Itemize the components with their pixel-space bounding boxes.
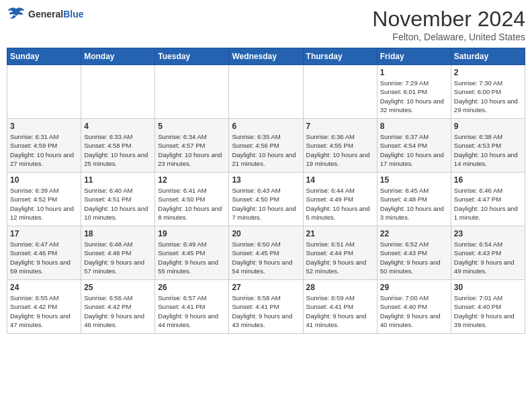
calendar-cell: 14Sunrise: 6:44 AM Sunset: 4:49 PM Dayli… [303, 173, 377, 226]
day-number: 6 [232, 122, 300, 131]
day-info: Sunrise: 6:43 AM Sunset: 4:50 PM Dayligh… [232, 186, 300, 222]
calendar-cell: 28Sunrise: 6:59 AM Sunset: 4:41 PM Dayli… [303, 280, 377, 334]
weekday-header-friday: Friday [377, 48, 451, 65]
calendar-cell: 23Sunrise: 6:54 AM Sunset: 4:43 PM Dayli… [451, 226, 525, 280]
calendar-cell: 4Sunrise: 6:33 AM Sunset: 4:58 PM Daylig… [81, 119, 155, 173]
day-info: Sunrise: 7:29 AM Sunset: 6:01 PM Dayligh… [380, 79, 448, 114]
month-title: November 2024 [372, 7, 525, 32]
calendar-cell: 3Sunrise: 6:31 AM Sunset: 4:59 PM Daylig… [7, 119, 81, 173]
calendar-cell: 25Sunrise: 6:56 AM Sunset: 4:42 PM Dayli… [81, 280, 155, 334]
calendar-cell [303, 65, 377, 119]
calendar-cell: 5Sunrise: 6:34 AM Sunset: 4:57 PM Daylig… [155, 119, 229, 173]
day-info: Sunrise: 6:39 AM Sunset: 4:52 PM Dayligh… [10, 186, 78, 222]
day-number: 23 [454, 229, 522, 238]
calendar-cell: 18Sunrise: 6:48 AM Sunset: 4:46 PM Dayli… [81, 226, 155, 280]
day-number: 14 [306, 175, 374, 185]
day-info: Sunrise: 6:38 AM Sunset: 4:53 PM Dayligh… [454, 132, 522, 168]
day-info: Sunrise: 6:50 AM Sunset: 4:45 PM Dayligh… [232, 240, 300, 275]
day-info: Sunrise: 7:01 AM Sunset: 4:40 PM Dayligh… [454, 293, 522, 329]
day-number: 11 [84, 175, 152, 185]
calendar-cell: 8Sunrise: 6:37 AM Sunset: 4:54 PM Daylig… [377, 119, 451, 173]
day-info: Sunrise: 6:54 AM Sunset: 4:43 PM Dayligh… [454, 240, 522, 275]
day-info: Sunrise: 7:00 AM Sunset: 4:40 PM Dayligh… [380, 293, 448, 329]
day-info: Sunrise: 6:33 AM Sunset: 4:58 PM Dayligh… [84, 132, 152, 168]
day-info: Sunrise: 6:51 AM Sunset: 4:44 PM Dayligh… [306, 240, 374, 275]
logo-text: General Blue [28, 9, 83, 19]
weekday-header-thursday: Thursday [303, 48, 377, 65]
calendar-header: SundayMondayTuesdayWednesdayThursdayFrid… [7, 48, 525, 65]
weekday-header-tuesday: Tuesday [155, 48, 229, 65]
calendar-cell: 16Sunrise: 6:46 AM Sunset: 4:47 PM Dayli… [451, 173, 525, 226]
logo-blue: Blue [63, 9, 83, 19]
day-info: Sunrise: 6:57 AM Sunset: 4:41 PM Dayligh… [158, 293, 226, 329]
day-info: Sunrise: 6:36 AM Sunset: 4:55 PM Dayligh… [306, 132, 374, 168]
day-info: Sunrise: 6:37 AM Sunset: 4:54 PM Dayligh… [380, 132, 448, 168]
day-info: Sunrise: 6:44 AM Sunset: 4:49 PM Dayligh… [306, 186, 374, 222]
calendar-cell [7, 65, 81, 119]
day-info: Sunrise: 6:59 AM Sunset: 4:41 PM Dayligh… [306, 293, 374, 329]
weekday-header-saturday: Saturday [451, 48, 525, 65]
calendar-cell: 12Sunrise: 6:41 AM Sunset: 4:50 PM Dayli… [155, 173, 229, 226]
day-number: 7 [306, 122, 374, 131]
calendar-week-row: 17Sunrise: 6:47 AM Sunset: 4:46 PM Dayli… [7, 226, 525, 280]
calendar-cell: 22Sunrise: 6:52 AM Sunset: 4:43 PM Dayli… [377, 226, 451, 280]
calendar-cell: 6Sunrise: 6:35 AM Sunset: 4:56 PM Daylig… [229, 119, 303, 173]
location-title: Felton, Delaware, United States [372, 32, 525, 42]
calendar-cell: 9Sunrise: 6:38 AM Sunset: 4:53 PM Daylig… [451, 119, 525, 173]
day-info: Sunrise: 6:45 AM Sunset: 4:48 PM Dayligh… [380, 186, 448, 222]
day-number: 1 [380, 68, 448, 77]
weekday-header-monday: Monday [81, 48, 155, 65]
day-number: 13 [232, 175, 300, 185]
day-number: 15 [380, 175, 448, 185]
calendar-cell: 7Sunrise: 6:36 AM Sunset: 4:55 PM Daylig… [303, 119, 377, 173]
logo-general: General [28, 9, 63, 19]
calendar-week-row: 10Sunrise: 6:39 AM Sunset: 4:52 PM Dayli… [7, 173, 525, 226]
day-number: 17 [10, 229, 78, 238]
calendar-title-area: November 2024 Felton, Delaware, United S… [372, 7, 525, 42]
day-number: 16 [454, 175, 522, 185]
day-number: 24 [10, 283, 78, 292]
day-number: 26 [158, 283, 226, 292]
calendar-cell: 21Sunrise: 6:51 AM Sunset: 4:44 PM Dayli… [303, 226, 377, 280]
day-number: 5 [158, 122, 226, 131]
day-number: 27 [232, 283, 300, 292]
calendar-cell [229, 65, 303, 119]
calendar-cell: 10Sunrise: 6:39 AM Sunset: 4:52 PM Dayli… [7, 173, 81, 226]
calendar-cell: 15Sunrise: 6:45 AM Sunset: 4:48 PM Dayli… [377, 173, 451, 226]
day-number: 20 [232, 229, 300, 238]
calendar-week-row: 24Sunrise: 6:55 AM Sunset: 4:42 PM Dayli… [7, 280, 525, 334]
calendar-cell [155, 65, 229, 119]
day-info: Sunrise: 7:30 AM Sunset: 6:00 PM Dayligh… [454, 79, 522, 114]
calendar-cell: 26Sunrise: 6:57 AM Sunset: 4:41 PM Dayli… [155, 280, 229, 334]
day-info: Sunrise: 6:35 AM Sunset: 4:56 PM Dayligh… [232, 132, 300, 168]
day-number: 22 [380, 229, 448, 238]
calendar-cell [81, 65, 155, 119]
day-number: 2 [454, 68, 522, 77]
day-info: Sunrise: 6:40 AM Sunset: 4:51 PM Dayligh… [84, 186, 152, 222]
day-number: 3 [10, 122, 78, 131]
day-info: Sunrise: 6:58 AM Sunset: 4:41 PM Dayligh… [232, 293, 300, 329]
day-info: Sunrise: 6:47 AM Sunset: 4:46 PM Dayligh… [10, 240, 78, 275]
day-number: 28 [306, 283, 374, 292]
calendar-cell: 20Sunrise: 6:50 AM Sunset: 4:45 PM Dayli… [229, 226, 303, 280]
calendar-cell: 17Sunrise: 6:47 AM Sunset: 4:46 PM Dayli… [7, 226, 81, 280]
day-number: 9 [454, 122, 522, 131]
weekday-header-wednesday: Wednesday [229, 48, 303, 65]
day-info: Sunrise: 6:52 AM Sunset: 4:43 PM Dayligh… [380, 240, 448, 275]
page-header: General Blue November 2024 Felton, Delaw… [7, 7, 525, 42]
calendar-cell: 19Sunrise: 6:49 AM Sunset: 4:45 PM Dayli… [155, 226, 229, 280]
day-number: 29 [380, 283, 448, 292]
calendar-cell: 29Sunrise: 7:00 AM Sunset: 4:40 PM Dayli… [377, 280, 451, 334]
calendar-table: SundayMondayTuesdayWednesdayThursdayFrid… [7, 48, 525, 334]
calendar-body: 1Sunrise: 7:29 AM Sunset: 6:01 PM Daylig… [7, 65, 525, 334]
day-info: Sunrise: 6:56 AM Sunset: 4:42 PM Dayligh… [84, 293, 152, 329]
day-info: Sunrise: 6:31 AM Sunset: 4:59 PM Dayligh… [10, 132, 78, 168]
logo-bird-icon [7, 7, 26, 21]
day-info: Sunrise: 6:49 AM Sunset: 4:45 PM Dayligh… [158, 240, 226, 275]
day-number: 18 [84, 229, 152, 238]
day-number: 25 [84, 283, 152, 292]
logo: General Blue [7, 7, 83, 21]
day-number: 19 [158, 229, 226, 238]
day-number: 4 [84, 122, 152, 131]
calendar-cell: 30Sunrise: 7:01 AM Sunset: 4:40 PM Dayli… [451, 280, 525, 334]
